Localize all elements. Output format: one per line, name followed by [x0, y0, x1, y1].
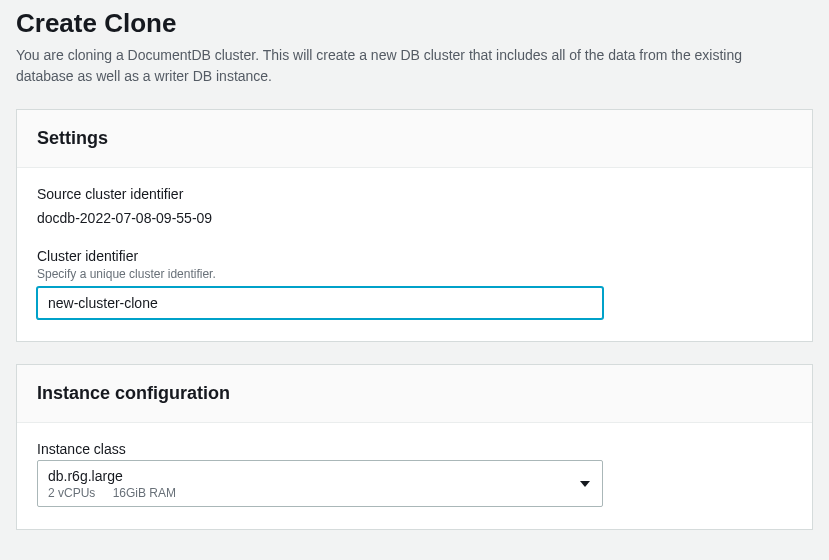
- instance-class-selected-specs: 2 vCPUs 16GiB RAM: [48, 486, 566, 500]
- source-cluster-value: docdb-2022-07-08-09-55-09: [37, 210, 792, 226]
- instance-config-header: Instance configuration: [17, 365, 812, 423]
- cluster-identifier-field: Cluster identifier Specify a unique clus…: [37, 248, 792, 319]
- instance-class-cpu: 2 vCPUs: [48, 486, 95, 500]
- page-title: Create Clone: [16, 8, 813, 39]
- settings-panel-body: Source cluster identifier docdb-2022-07-…: [17, 168, 812, 341]
- settings-panel-header: Settings: [17, 110, 812, 168]
- instance-config-panel: Instance configuration Instance class db…: [16, 364, 813, 530]
- instance-class-ram: 16GiB RAM: [113, 486, 176, 500]
- source-cluster-label: Source cluster identifier: [37, 186, 792, 202]
- cluster-identifier-input[interactable]: [37, 287, 603, 319]
- instance-class-field: Instance class db.r6g.large 2 vCPUs 16Gi…: [37, 441, 792, 507]
- instance-class-selected-name: db.r6g.large: [48, 467, 566, 485]
- instance-class-label: Instance class: [37, 441, 792, 457]
- instance-config-body: Instance class db.r6g.large 2 vCPUs 16Gi…: [17, 423, 812, 529]
- cluster-identifier-hint: Specify a unique cluster identifier.: [37, 267, 792, 281]
- chevron-down-icon: [580, 481, 590, 487]
- instance-class-select[interactable]: db.r6g.large 2 vCPUs 16GiB RAM: [37, 460, 603, 507]
- cluster-identifier-label: Cluster identifier: [37, 248, 792, 264]
- settings-panel: Settings Source cluster identifier docdb…: [16, 109, 813, 342]
- page-description: You are cloning a DocumentDB cluster. Th…: [16, 45, 796, 87]
- source-cluster-field: Source cluster identifier docdb-2022-07-…: [37, 186, 792, 226]
